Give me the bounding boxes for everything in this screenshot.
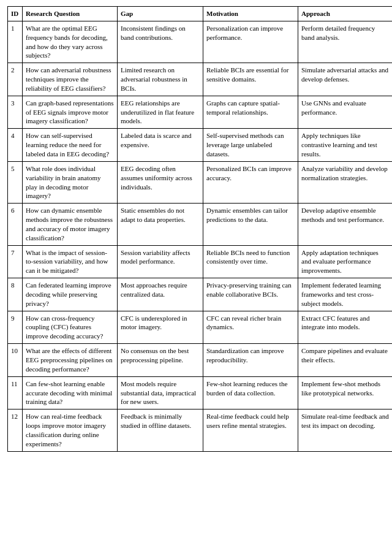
- cell-motivation-5: Personalized BCIs can improve accuracy.: [203, 161, 298, 203]
- table-header-row: ID Research Question Gap Motivation Appr…: [8, 7, 393, 21]
- table-row: 7What is the impact of session-to-sessio…: [8, 245, 393, 278]
- cell-motivation-10: Standardization can improve reproducibil…: [203, 344, 298, 377]
- cell-gap-2: Limited research on adversarial robustne…: [118, 63, 203, 96]
- cell-id-6: 6: [8, 204, 23, 245]
- cell-id-4: 4: [8, 129, 23, 162]
- cell-gap-12: Feedback is minimally studied in offline…: [118, 409, 203, 451]
- col-header-motivation: Motivation: [203, 7, 298, 21]
- cell-rq-8: Can federated learning improve decoding …: [23, 278, 118, 311]
- col-header-approach: Approach: [298, 7, 393, 21]
- cell-rq-12: How can real-time feedback loops improve…: [23, 409, 118, 451]
- cell-approach-5: Analyze variability and develop normaliz…: [298, 161, 393, 203]
- research-table: ID Research Question Gap Motivation Appr…: [7, 6, 392, 452]
- cell-id-7: 7: [8, 245, 23, 278]
- cell-approach-12: Simulate real-time feedback and test its…: [298, 409, 393, 451]
- cell-id-8: 8: [8, 278, 23, 311]
- cell-id-9: 9: [8, 311, 23, 344]
- cell-rq-9: How can cross-frequency coupling (CFC) f…: [23, 311, 118, 344]
- cell-motivation-2: Reliable BCIs are essential for sensitiv…: [203, 63, 298, 96]
- cell-rq-6: How can dynamic ensemble methods improve…: [23, 204, 118, 245]
- col-header-id: ID: [8, 7, 23, 21]
- cell-gap-6: Static ensembles do not adapt to data pr…: [118, 204, 203, 245]
- cell-motivation-4: Self-supervised methods can leverage lar…: [203, 129, 298, 162]
- cell-approach-2: Simulate adversarial attacks and develop…: [298, 63, 393, 96]
- table-row: 12How can real-time feedback loops impro…: [8, 409, 393, 451]
- cell-approach-11: Implement few-shot methods like prototyp…: [298, 376, 393, 409]
- col-header-gap: Gap: [118, 7, 203, 21]
- cell-gap-1: Inconsistent findings on band contributi…: [118, 21, 203, 63]
- table-row: 1What are the optimal EEG frequency band…: [8, 21, 393, 63]
- cell-motivation-9: CFC can reveal richer brain dynamics.: [203, 311, 298, 344]
- cell-approach-8: Implement federated learning frameworks …: [298, 278, 393, 311]
- table-row: 6How can dynamic ensemble methods improv…: [8, 204, 393, 245]
- table-row: 3Can graph-based representations of EEG …: [8, 96, 393, 129]
- cell-id-10: 10: [8, 344, 23, 377]
- cell-gap-7: Session variability affects model perfor…: [118, 245, 203, 278]
- cell-approach-1: Perform detailed frequency band analysis…: [298, 21, 393, 63]
- cell-id-12: 12: [8, 409, 23, 451]
- cell-gap-5: EEG decoding often assumes uniformity ac…: [118, 161, 203, 203]
- cell-rq-5: What role does individual variability in…: [23, 161, 118, 203]
- cell-approach-3: Use GNNs and evaluate performance.: [298, 96, 393, 129]
- table-row: 5What role does individual variability i…: [8, 161, 393, 203]
- table-row: 10What are the effects of different EEG …: [8, 344, 393, 377]
- cell-id-3: 3: [8, 96, 23, 129]
- cell-gap-4: Labeled data is scarce and expensive.: [118, 129, 203, 162]
- table-row: 9How can cross-frequency coupling (CFC) …: [8, 311, 393, 344]
- cell-rq-3: Can graph-based representations of EEG s…: [23, 96, 118, 129]
- cell-motivation-11: Few-shot learning reduces the burden of …: [203, 376, 298, 409]
- cell-gap-9: CFC is underexplored in motor imagery.: [118, 311, 203, 344]
- cell-rq-4: How can self-supervised learning reduce …: [23, 129, 118, 162]
- cell-id-5: 5: [8, 161, 23, 203]
- cell-rq-10: What are the effects of different EEG pr…: [23, 344, 118, 377]
- col-header-rq: Research Question: [23, 7, 118, 21]
- cell-motivation-3: Graphs can capture spatial-temporal rela…: [203, 96, 298, 129]
- table-row: 11Can few-shot learning enable accurate …: [8, 376, 393, 409]
- cell-id-1: 1: [8, 21, 23, 63]
- cell-motivation-6: Dynamic ensembles can tailor predictions…: [203, 204, 298, 245]
- table-row: 2How can adversarial robustness techniqu…: [8, 63, 393, 96]
- cell-approach-4: Apply techniques like contrastive learni…: [298, 129, 393, 162]
- cell-gap-8: Most approaches require centralized data…: [118, 278, 203, 311]
- cell-approach-6: Develop adaptive ensemble methods and te…: [298, 204, 393, 245]
- cell-gap-10: No consensus on the best preprocessing p…: [118, 344, 203, 377]
- table-row: 8Can federated learning improve decoding…: [8, 278, 393, 311]
- cell-rq-2: How can adversarial robustness technique…: [23, 63, 118, 96]
- cell-motivation-12: Real-time feedback could help users refi…: [203, 409, 298, 451]
- cell-id-2: 2: [8, 63, 23, 96]
- cell-motivation-8: Privacy-preserving training can enable c…: [203, 278, 298, 311]
- cell-id-11: 11: [8, 376, 23, 409]
- cell-gap-11: Most models require substantial data, im…: [118, 376, 203, 409]
- cell-rq-7: What is the impact of session-to-session…: [23, 245, 118, 278]
- cell-motivation-7: Reliable BCIs need to function consisten…: [203, 245, 298, 278]
- cell-rq-1: What are the optimal EEG frequency bands…: [23, 21, 118, 63]
- cell-gap-3: EEG relationships are underutilized in f…: [118, 96, 203, 129]
- cell-motivation-1: Personalization can improve performance.: [203, 21, 298, 63]
- cell-approach-7: Apply adaptation techniques and evaluate…: [298, 245, 393, 278]
- table-row: 4How can self-supervised learning reduce…: [8, 129, 393, 162]
- cell-rq-11: Can few-shot learning enable accurate de…: [23, 376, 118, 409]
- cell-approach-9: Extract CFC features and integrate into …: [298, 311, 393, 344]
- cell-approach-10: Compare pipelines and evaluate their eff…: [298, 344, 393, 377]
